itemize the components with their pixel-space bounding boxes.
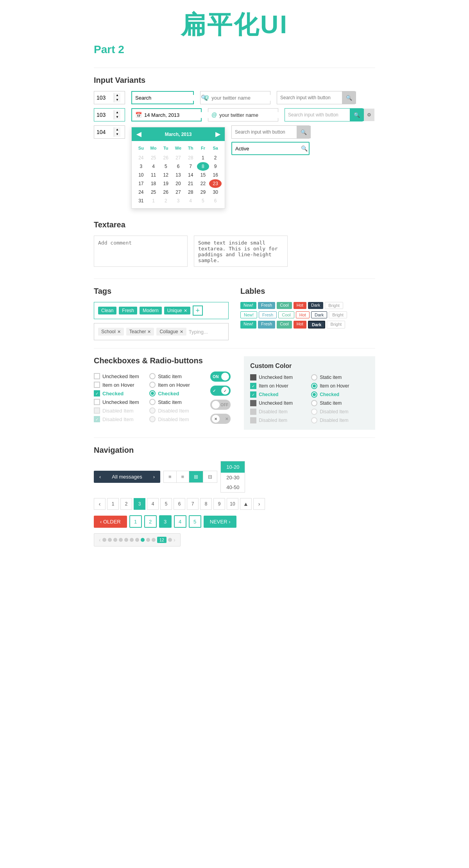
cal-day[interactable]: 21: [184, 179, 197, 188]
dot-9[interactable]: [146, 538, 150, 542]
dot-10[interactable]: [152, 538, 156, 542]
textarea-sample[interactable]: Some text inside small textarea. This is…: [194, 236, 288, 267]
page-num-3[interactable]: 3: [159, 515, 172, 528]
dot-7[interactable]: [135, 538, 139, 542]
page-num-5[interactable]: 5: [189, 515, 201, 528]
cal-day[interactable]: 15: [197, 171, 209, 179]
dot-3[interactable]: [113, 538, 117, 542]
twitter-field-2[interactable]: [219, 112, 285, 118]
tags-input-box2[interactable]: School ✕ Teacher ✕ Collague ✕ Typing...: [94, 323, 229, 340]
cb-box-2[interactable]: [94, 382, 100, 388]
cal-day-highlighted[interactable]: 8: [197, 162, 209, 171]
cal-day[interactable]: 27: [172, 154, 184, 162]
tag-fresh[interactable]: Fresh: [119, 307, 137, 314]
dot-11[interactable]: [168, 538, 172, 542]
cal-day[interactable]: 4: [147, 162, 160, 171]
cal-day[interactable]: 12: [159, 171, 172, 179]
cal-day[interactable]: 17: [135, 179, 147, 188]
cal-day[interactable]: 30: [209, 188, 222, 196]
dropdown-active[interactable]: 10-20: [221, 461, 245, 473]
tag-school[interactable]: School ✕: [98, 328, 124, 336]
newer-btn[interactable]: NEVER ›: [204, 516, 237, 528]
view-list-btn[interactable]: ≡: [164, 471, 177, 482]
spinner-up-2[interactable]: ▲: [114, 110, 120, 115]
tag-unique[interactable]: Unique ✕: [164, 307, 190, 314]
spinner-value-1[interactable]: [94, 93, 114, 102]
radio-4[interactable]: [149, 399, 156, 405]
cal-day[interactable]: 25: [147, 154, 160, 162]
page-8[interactable]: 8: [200, 498, 212, 510]
cal-day[interactable]: 18: [147, 179, 160, 188]
dropdown-item-2[interactable]: 20-30: [221, 473, 245, 482]
page-4[interactable]: 4: [147, 498, 159, 510]
dot-6[interactable]: [130, 538, 134, 542]
cal-day[interactable]: 3: [135, 162, 147, 171]
cal-next-btn[interactable]: ▶: [215, 130, 220, 138]
date-input[interactable]: [144, 112, 210, 118]
search-btn-input-1[interactable]: [277, 95, 342, 100]
cal-day[interactable]: 2: [209, 154, 222, 162]
search-btn-input-2[interactable]: [285, 112, 350, 118]
dot-2[interactable]: [108, 538, 112, 542]
page-10[interactable]: 10: [227, 498, 238, 510]
cal-day[interactable]: 9: [209, 162, 222, 171]
cal-day[interactable]: 26: [159, 188, 172, 196]
cc-box-2[interactable]: ✓: [250, 383, 256, 389]
cal-day[interactable]: 13: [172, 171, 184, 179]
dot-prev-btn[interactable]: ‹: [99, 537, 101, 543]
dropdown-item-3[interactable]: 40-50: [221, 482, 245, 492]
search-button-1[interactable]: 🔍: [342, 91, 356, 104]
toggle-off-x[interactable]: ✕ ✕: [210, 414, 231, 424]
tag-collague[interactable]: Collague ✕: [156, 328, 186, 336]
spinner-up-1[interactable]: ▲: [114, 93, 120, 98]
cc-box-4[interactable]: [250, 400, 256, 406]
spinner-down-2[interactable]: ▼: [114, 115, 120, 120]
toggle-on[interactable]: ON: [210, 371, 231, 382]
view-list2-btn[interactable]: ≡: [177, 471, 190, 482]
cal-day[interactable]: 29: [197, 188, 209, 196]
cal-day[interactable]: 11: [147, 171, 160, 179]
cal-day[interactable]: 5: [159, 162, 172, 171]
page-num-4[interactable]: 4: [174, 515, 186, 528]
search-input[interactable]: [135, 95, 201, 101]
dot-next-btn[interactable]: ›: [174, 537, 175, 543]
spinner-value-2[interactable]: [94, 110, 114, 120]
cal-day[interactable]: 1: [197, 154, 209, 162]
cal-day-today[interactable]: 23: [209, 179, 222, 188]
dot-1[interactable]: [102, 538, 106, 542]
tags-input-box[interactable]: Clean Fresh Modern Unique ✕ +: [94, 302, 229, 319]
tag-modern[interactable]: Modern: [140, 307, 162, 314]
cal-day[interactable]: 26: [159, 154, 172, 162]
page-up-btn[interactable]: ▲: [240, 498, 252, 510]
cal-day[interactable]: 7: [184, 162, 197, 171]
msg-prev-btn[interactable]: ‹: [94, 471, 106, 483]
cb-box-4[interactable]: [94, 399, 100, 405]
older-btn[interactable]: ‹ OLDER: [94, 516, 127, 528]
cal-day[interactable]: 28: [184, 188, 197, 196]
search-button-3[interactable]: 🔍: [297, 126, 311, 138]
toggle-checked[interactable]: ✓ ✓: [210, 386, 231, 396]
cal-day[interactable]: 27: [172, 188, 184, 196]
tag-collague-close[interactable]: ✕: [180, 329, 183, 334]
cc-radio-3[interactable]: [311, 391, 317, 398]
page-prev-btn[interactable]: ‹: [94, 498, 106, 510]
cal-day[interactable]: 24: [135, 188, 147, 196]
spinner-up-3[interactable]: ▲: [114, 127, 120, 132]
spinner-down-3[interactable]: ▼: [114, 132, 120, 137]
cal-day[interactable]: 5: [197, 196, 209, 205]
gear-button[interactable]: ⚙: [364, 109, 374, 121]
page-num-1[interactable]: 1: [129, 515, 142, 528]
page-7[interactable]: 7: [187, 498, 199, 510]
cal-day[interactable]: 1: [147, 196, 160, 205]
textarea-comment[interactable]: [94, 236, 188, 267]
cal-day[interactable]: 6: [209, 196, 222, 205]
page-1[interactable]: 1: [107, 498, 119, 510]
page-6[interactable]: 6: [174, 498, 185, 510]
tag-add-button[interactable]: +: [193, 305, 203, 316]
page-2[interactable]: 2: [120, 498, 132, 510]
page-3[interactable]: 3: [134, 498, 145, 510]
cc-box-3[interactable]: ✓: [250, 391, 256, 398]
active-search-input[interactable]: [235, 146, 301, 152]
tag-unique-close[interactable]: ✕: [184, 308, 187, 313]
cc-radio-2[interactable]: [311, 383, 317, 389]
